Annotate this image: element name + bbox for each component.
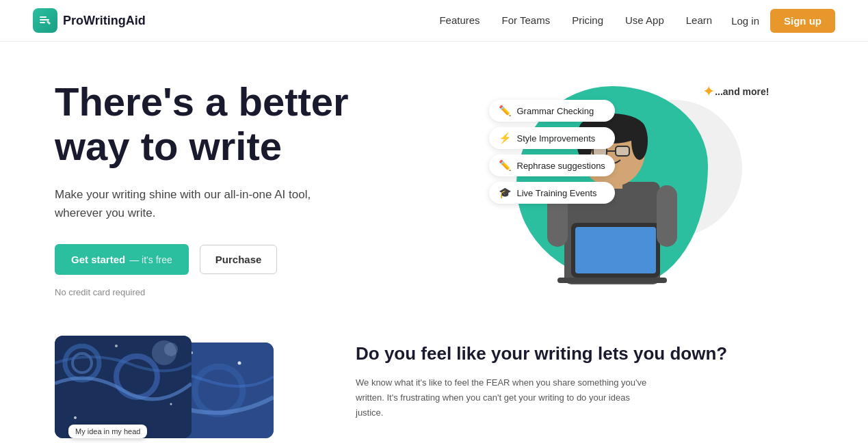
get-started-button[interactable]: Get started — it's free <box>55 244 189 275</box>
nav-features[interactable]: Features <box>439 14 479 26</box>
illustration-container: ✏️ Grammar Checking ⚡ Style Improvements… <box>489 79 749 298</box>
feature-card-grammar: ✏️ Grammar Checking <box>489 100 615 122</box>
hero-subtitle: Make your writing shine with our all-in-… <box>55 185 328 222</box>
hero-title: There's a better way to write <box>55 80 424 169</box>
section2-content: Do you feel like your writing lets you d… <box>356 336 813 420</box>
section2-description: We know what it's like to feel the FEAR … <box>356 375 657 420</box>
signup-button[interactable]: Sign up <box>770 9 835 33</box>
navbar: ProWritingAid Features For Teams Pricing… <box>0 0 868 42</box>
svg-rect-1 <box>40 19 49 21</box>
svg-rect-16 <box>657 185 677 247</box>
purchase-button[interactable]: Purchase <box>200 245 278 274</box>
section2: My idea in my head Do you feel like your… <box>0 322 868 443</box>
artwork-stack: My idea in my head <box>55 336 287 443</box>
hero-content: There's a better way to write Make your … <box>55 80 424 297</box>
feature-card-style: ⚡ Style Improvements <box>489 127 615 149</box>
hero-section: There's a better way to write Make your … <box>0 42 868 322</box>
feature-card-training: 🎓 Live Training Events <box>489 182 615 204</box>
hero-illustration: ✏️ Grammar Checking ⚡ Style Improvements… <box>424 69 813 308</box>
svg-point-8 <box>631 122 648 160</box>
svg-point-35 <box>170 403 172 405</box>
rephrase-icon: ✏️ <box>499 159 512 172</box>
svg-point-34 <box>115 345 118 347</box>
feature-card-rephrase: ✏️ Rephrase suggestions <box>489 155 615 176</box>
svg-rect-10 <box>616 146 629 156</box>
nav-use-app[interactable]: Use App <box>625 14 664 26</box>
nav-learn[interactable]: Learn <box>686 14 712 26</box>
svg-rect-14 <box>557 278 667 283</box>
style-icon: ⚡ <box>499 132 512 144</box>
hero-cta-group: Get started — it's free Purchase <box>55 244 424 275</box>
logo-icon <box>33 8 57 33</box>
feature-cards-list: ✏️ Grammar Checking ⚡ Style Improvements… <box>489 100 615 204</box>
nav-for-teams[interactable]: For Teams <box>502 14 551 26</box>
grammar-icon: ✏️ <box>499 105 512 117</box>
star-decoration: ✦ <box>702 83 715 100</box>
svg-rect-2 <box>40 22 45 23</box>
logo-area[interactable]: ProWritingAid <box>33 8 146 33</box>
speech-bubble: My idea in my head <box>68 425 147 438</box>
logo-text: ProWritingAid <box>63 14 146 28</box>
login-link[interactable]: Log in <box>731 15 759 27</box>
section2-title: Do you feel like your writing lets you d… <box>356 343 813 366</box>
nav-links: Features For Teams Pricing Use App Learn <box>439 14 712 27</box>
more-text: ...and more! <box>715 86 769 97</box>
svg-point-32 <box>164 343 178 356</box>
training-icon: 🎓 <box>499 187 512 199</box>
section2-artwork: My idea in my head <box>55 336 301 443</box>
svg-point-33 <box>74 416 77 419</box>
nav-pricing[interactable]: Pricing <box>572 14 603 26</box>
svg-point-25 <box>238 362 241 365</box>
svg-rect-0 <box>40 16 47 18</box>
svg-rect-13 <box>575 227 656 273</box>
no-credit-text: No credit card required <box>55 287 424 297</box>
art-card-front <box>55 336 192 438</box>
